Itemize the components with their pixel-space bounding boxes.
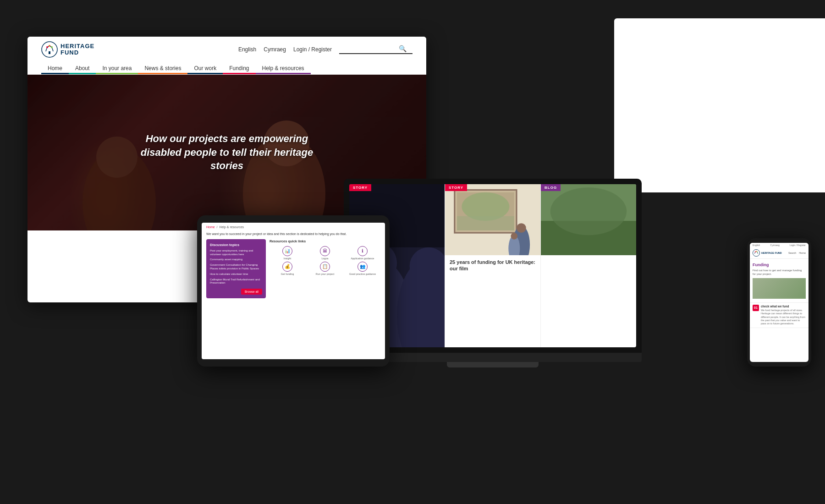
phone-header: HERITAGE FUND Search Home	[750, 247, 808, 259]
svg-point-30	[755, 252, 756, 252]
card-1-badge: STORY	[349, 184, 371, 191]
resource-get-funding[interactable]: 💰 Get funding	[270, 262, 305, 275]
discussion-item-1[interactable]: Post your employment, training and volun…	[210, 249, 262, 257]
logo-fund: FUND	[60, 49, 94, 56]
breadcrumb-section: Help & resources	[219, 225, 244, 229]
card-2-content: 25 years of funding for UK heritage: our…	[445, 255, 540, 278]
nav-funding[interactable]: Funding	[223, 60, 255, 74]
run-project-icon: 📋	[320, 262, 330, 272]
laptop-card-2[interactable]: STORY 25 years of funding for UK heritag…	[445, 184, 541, 347]
svg-rect-21	[457, 216, 514, 230]
svg-point-0	[42, 42, 57, 57]
svg-point-32	[757, 252, 758, 252]
discussion-topics-box: Discussion topics Post your employment, …	[206, 239, 266, 298]
discussion-item-5[interactable]: Callington Mural Trail Refurbishment and…	[210, 278, 262, 285]
phone-lang-cymraeg[interactable]: Cymraeg	[770, 244, 780, 247]
lang-english[interactable]: English	[238, 46, 256, 53]
card-2-title: 25 years of funding for UK heritage: our…	[450, 259, 536, 272]
lang-cymraeg[interactable]: Cymraeg	[264, 46, 286, 53]
application-guidance-label: Application guidance	[351, 257, 374, 260]
discussion-item-2[interactable]: Community asset mapping	[210, 258, 262, 262]
login-register[interactable]: Login / Register	[293, 46, 332, 53]
tablet-breadcrumb: Home / Help & resources	[202, 223, 385, 230]
phone-funding-section: Funding Find out how to get and manage f…	[750, 259, 808, 303]
site-header: HERITAGE FUND English Cymraeg Login / Re…	[28, 37, 426, 75]
resources-column: Resources quick links 📊 Insight 🏛 Logos …	[270, 239, 380, 298]
laptop-card-3[interactable]: BLOG	[541, 184, 636, 347]
nav-news-stories[interactable]: News & stories	[138, 60, 187, 74]
phone-item-1-title: check what we fund	[761, 305, 806, 308]
phone-home-label[interactable]: Home	[799, 252, 806, 254]
hero-text: How our projects are empowering disabled…	[140, 132, 314, 173]
insight-label: Insight	[284, 257, 291, 260]
search-icon[interactable]: 🔍	[399, 45, 407, 52]
phone-top-bar: English Cymraeg Login / Register	[750, 243, 808, 247]
site-nav: Home About In your area News & stories O…	[41, 60, 412, 74]
phone-item-1-text: We fund heritage projects of all sizes. …	[761, 309, 806, 326]
phone-item-1-number: 01	[753, 305, 759, 311]
logo-text: HERITAGE FUND	[60, 43, 94, 56]
resource-run-project[interactable]: 📋 Run your project	[307, 262, 343, 275]
tablet-intro: We want you to succeed in your project o…	[202, 230, 385, 239]
card-3-image	[541, 184, 636, 255]
phone-search-label[interactable]: Search	[788, 252, 796, 254]
phone-funding-text: Find out how to get and manage funding f…	[753, 268, 806, 276]
svg-point-1	[46, 46, 48, 48]
nav-help-resources[interactable]: Help & resources	[256, 60, 311, 74]
search-bar[interactable]: 🔍	[339, 45, 412, 54]
nav-about[interactable]: About	[69, 60, 96, 74]
hero-title: How our projects are empowering disabled…	[140, 132, 314, 173]
tablet-body: Discussion topics Post your employment, …	[202, 239, 385, 298]
right-panel	[614, 18, 825, 192]
card-3-content	[541, 255, 636, 264]
nav-our-work[interactable]: Our work	[187, 60, 223, 74]
header-top: HERITAGE FUND English Cymraeg Login / Re…	[41, 41, 412, 58]
tablet-device: Home / Help & resources We want you to s…	[197, 215, 390, 367]
logo-heritage: HERITAGE	[60, 43, 94, 49]
logo-area[interactable]: HERITAGE FUND	[41, 41, 94, 58]
svg-point-25	[511, 233, 518, 240]
nav-in-your-area[interactable]: In your area	[96, 60, 138, 74]
application-guidance-icon: ℹ	[358, 246, 368, 256]
get-funding-label: Get funding	[281, 273, 294, 275]
svg-point-31	[756, 251, 757, 252]
discussion-item-4[interactable]: How to calculate volunteer time	[210, 273, 262, 276]
good-practice-icon: 👥	[358, 262, 368, 272]
phone-item-1[interactable]: 01 check what we fund We fund heritage p…	[750, 303, 808, 328]
nav-home[interactable]: Home	[41, 60, 69, 74]
header-right: English Cymraeg Login / Register 🔍	[238, 45, 412, 54]
good-practice-label: Good practice guidance	[349, 273, 376, 275]
svg-rect-4	[49, 51, 50, 54]
laptop-cards: STORY what has National Lottery done for…	[349, 184, 636, 347]
tablet-screen: Home / Help & resources We want you to s…	[202, 223, 385, 359]
resource-good-practice[interactable]: 👥 Good practice guidance	[345, 262, 380, 275]
breadcrumb-home[interactable]: Home	[206, 225, 215, 229]
card-2-image	[445, 184, 540, 255]
resource-logos[interactable]: 🏛 Logos	[307, 246, 343, 260]
card-2-badge: STORY	[445, 184, 467, 191]
svg-point-28	[550, 187, 627, 235]
phone-nav-icons: Search Home	[788, 252, 806, 254]
run-project-label: Run your project	[316, 273, 334, 275]
search-input[interactable]	[339, 46, 399, 51]
logos-icon: 🏛	[320, 246, 330, 256]
phone-logo[interactable]: HERITAGE FUND	[753, 249, 782, 257]
browse-label[interactable]: Browse all	[241, 289, 262, 295]
resource-insight[interactable]: 📊 Insight	[270, 246, 305, 260]
phone-logo-text: HERITAGE FUND	[761, 252, 782, 254]
svg-point-3	[51, 46, 53, 48]
phone-funding-image	[753, 278, 806, 299]
heritage-fund-logo-icon	[41, 41, 58, 58]
svg-point-29	[753, 249, 759, 256]
insight-icon: 📊	[282, 246, 292, 256]
phone-login[interactable]: Login / Register	[790, 244, 806, 247]
laptop-screen: STORY what has National Lottery done for…	[349, 184, 636, 347]
discussion-title: Discussion topics	[210, 243, 262, 247]
discussion-item-3[interactable]: Government Consultation for Changing Pla…	[210, 263, 262, 271]
phone-logo-icon	[753, 249, 760, 257]
phone-lang-english[interactable]: English	[753, 244, 760, 247]
resources-title: Resources quick links	[270, 239, 380, 243]
resource-application-guidance[interactable]: ℹ Application guidance	[345, 246, 380, 260]
resource-icons-grid: 📊 Insight 🏛 Logos ℹ Application guidance…	[270, 246, 380, 275]
phone-funding-title: Funding	[753, 263, 806, 267]
